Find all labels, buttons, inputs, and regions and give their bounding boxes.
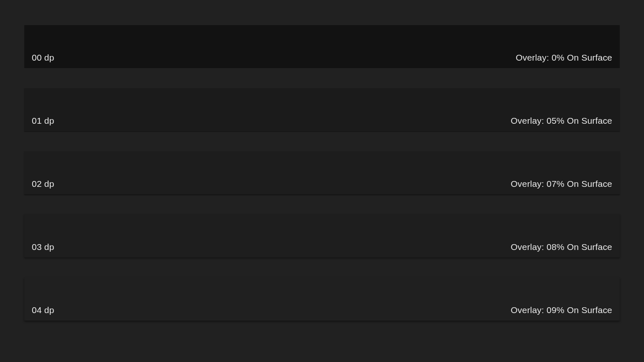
elevation-label: 01 dp (32, 116, 54, 126)
elevation-row-01: 01 dp Overlay: 05% On Surface (24, 88, 620, 131)
overlay-label: Overlay: 05% On Surface (511, 116, 612, 126)
elevation-row-04: 04 dp Overlay: 09% On Surface (24, 278, 620, 321)
elevation-label: 03 dp (32, 242, 54, 252)
elevation-row-02: 02 dp Overlay: 07% On Surface (24, 151, 620, 194)
elevation-label: 04 dp (32, 305, 54, 315)
overlay-label: Overlay: 07% On Surface (511, 179, 612, 189)
elevation-row-03: 03 dp Overlay: 08% On Surface (24, 214, 620, 257)
elevation-label: 00 dp (32, 53, 54, 63)
overlay-label: Overlay: 08% On Surface (511, 242, 612, 252)
elevation-row-00: 00 dp Overlay: 0% On Surface (24, 25, 620, 68)
elevation-label: 02 dp (32, 179, 54, 189)
overlay-label: Overlay: 0% On Surface (516, 53, 612, 63)
overlay-label: Overlay: 09% On Surface (511, 305, 612, 315)
